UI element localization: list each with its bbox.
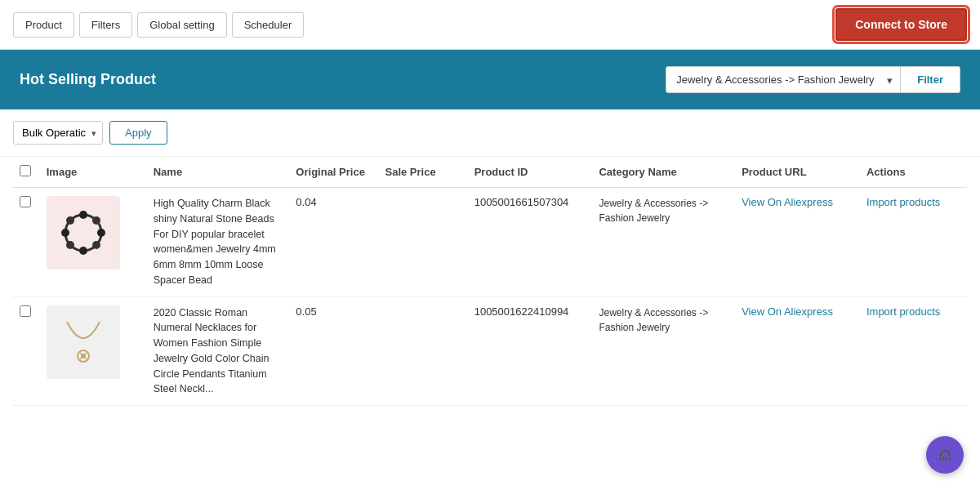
apply-button[interactable]: Apply: [109, 121, 167, 145]
row1-image-cell: [40, 188, 147, 297]
category-select[interactable]: Jewelry & Accessories -> Fashion Jewelry…: [666, 66, 901, 93]
top-nav: Product Filters Global setting Scheduler…: [0, 0, 980, 50]
row1-product-id: 1005001661507304: [474, 196, 569, 208]
row2-sale-price-cell: [379, 296, 468, 406]
select-all-checkbox[interactable]: [20, 165, 31, 176]
col-header-image: Image: [40, 157, 147, 188]
svg-point-4: [97, 229, 105, 237]
svg-point-5: [92, 241, 100, 249]
row1-url-cell: View On Aliexpress: [735, 188, 860, 297]
toolbar: Bulk Operatic Apply: [0, 109, 980, 157]
products-table: Image Name Original Price Sale Price Pro…: [13, 157, 967, 406]
row2-view-on-aliexpress-link[interactable]: View On Aliexpress: [742, 305, 833, 318]
col-header-sale-price: Sale Price: [379, 157, 468, 188]
row1-actions-cell: Import products: [860, 188, 967, 297]
svg-point-7: [66, 241, 74, 249]
svg-point-8: [61, 229, 69, 237]
table-row: High Quality Charm Black shiny Natural S…: [13, 188, 967, 297]
svg-point-6: [79, 247, 87, 255]
svg-point-2: [79, 211, 87, 219]
row1-checkbox[interactable]: [20, 196, 31, 207]
col-header-actions: Actions: [860, 157, 967, 188]
row2-checkbox[interactable]: [20, 305, 31, 317]
row1-product-name: High Quality Charm Black shiny Natural S…: [154, 198, 276, 286]
tab-filters[interactable]: Filters: [79, 12, 132, 38]
col-header-product-id: Product ID: [468, 157, 593, 188]
banner-center: Jewelry & Accessories -> Fashion Jewelry…: [666, 66, 960, 93]
svg-point-9: [66, 216, 74, 225]
row1-product-id-cell: 1005001661507304: [468, 188, 593, 297]
row2-product-name: 2020 Classic Roman Numeral Necklaces for…: [154, 307, 270, 395]
col-header-checkbox: [13, 157, 40, 188]
col-header-original-price: Original Price: [289, 157, 378, 188]
row2-checkbox-cell: [13, 296, 40, 406]
row2-product-id-cell: 1005001622410994: [468, 296, 593, 406]
svg-point-14: [81, 354, 86, 359]
products-table-container: Image Name Original Price Sale Price Pro…: [0, 157, 980, 406]
svg-point-3: [92, 216, 100, 225]
row2-import-products-link[interactable]: Import products: [866, 305, 940, 318]
category-select-wrapper: Jewelry & Accessories -> Fashion Jewelry…: [666, 66, 901, 93]
row1-orig-price-cell: 0.04: [289, 188, 378, 297]
table-header-row: Image Name Original Price Sale Price Pro…: [13, 157, 967, 188]
row2-product-image: [47, 305, 120, 379]
col-header-name: Name: [147, 157, 290, 188]
row2-original-price: 0.05: [296, 305, 316, 318]
connect-to-store-button[interactable]: Connect to Store: [835, 8, 967, 41]
banner-title: Hot Selling Product: [20, 71, 156, 88]
filter-button[interactable]: Filter: [901, 66, 960, 93]
col-header-product-url: Product URL: [735, 157, 860, 188]
table-row: 2020 Classic Roman Numeral Necklaces for…: [13, 296, 967, 406]
row1-product-image: [47, 196, 120, 270]
row2-category: Jewelry & Accessories -> Fashion Jewelry: [599, 307, 708, 333]
col-header-category: Category Name: [592, 157, 735, 188]
row1-checkbox-cell: [13, 188, 40, 297]
row2-product-id: 1005001622410994: [474, 305, 569, 318]
tab-scheduler[interactable]: Scheduler: [232, 12, 305, 38]
bulk-operation-wrapper: Bulk Operatic: [13, 121, 103, 145]
row1-import-products-link[interactable]: Import products: [866, 196, 940, 208]
nav-tabs: Product Filters Global setting Scheduler: [13, 12, 304, 38]
row1-category: Jewelry & Accessories -> Fashion Jewelry: [599, 198, 708, 224]
row2-category-cell: Jewelry & Accessories -> Fashion Jewelry: [592, 296, 735, 406]
row1-category-cell: Jewelry & Accessories -> Fashion Jewelry: [592, 188, 735, 297]
tab-product[interactable]: Product: [13, 12, 74, 38]
row1-view-on-aliexpress-link[interactable]: View On Aliexpress: [742, 196, 833, 208]
row2-name-cell: 2020 Classic Roman Numeral Necklaces for…: [147, 296, 290, 406]
banner: Hot Selling Product Jewelry & Accessorie…: [0, 50, 980, 109]
row2-orig-price-cell: 0.05: [289, 296, 378, 406]
tab-global-setting[interactable]: Global setting: [137, 12, 227, 38]
row2-url-cell: View On Aliexpress: [735, 296, 860, 406]
row1-name-cell: High Quality Charm Black shiny Natural S…: [147, 188, 290, 297]
bulk-operation-select[interactable]: Bulk Operatic: [13, 121, 103, 145]
row1-original-price: 0.04: [296, 196, 316, 208]
row1-sale-price-cell: [379, 188, 468, 297]
row2-image-cell: [40, 296, 147, 406]
row2-actions-cell: Import products: [860, 296, 967, 406]
